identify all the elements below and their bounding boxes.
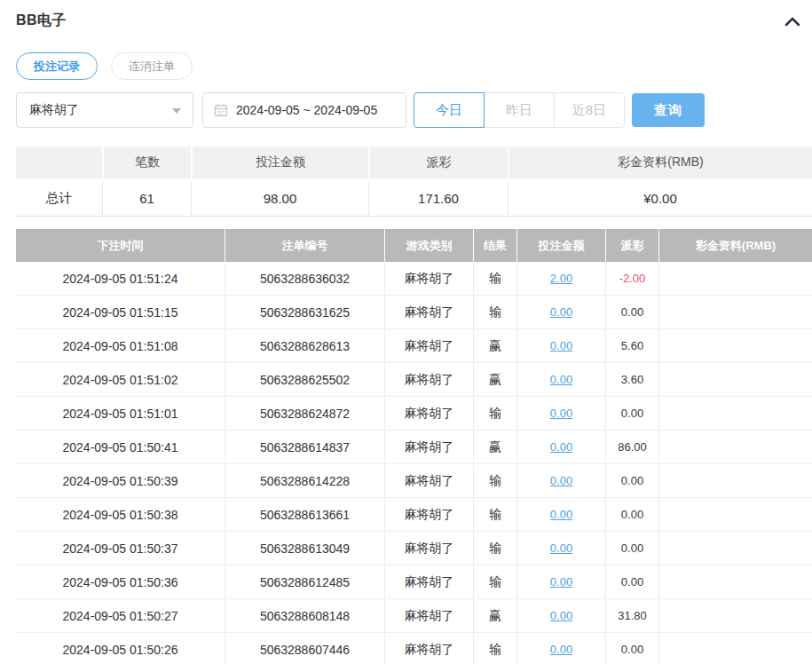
bet-amount-link[interactable]: 0.00 <box>550 541 572 555</box>
cell-payout: 0.00 <box>605 498 658 531</box>
chevron-up-icon <box>784 16 800 29</box>
cell-payout: 0.00 <box>605 633 658 664</box>
filter-bar: 麻将胡了 2024-09-05 ~ 2024-09-05 今日 昨日 近8日 查… <box>16 92 705 128</box>
table-row: 2024-09-05 01:50:36 5063288612485 麻将胡了 输… <box>16 565 812 599</box>
quick-range-group: 今日 昨日 近8日 <box>414 92 625 128</box>
cell-order-id: 5063288614228 <box>225 464 384 497</box>
bet-amount-link[interactable]: 0.00 <box>550 609 572 622</box>
cell-game-type: 麻将胡了 <box>384 262 473 295</box>
cell-bet-time: 2024-09-05 01:50:41 <box>16 431 225 463</box>
cell-game-type: 麻将胡了 <box>384 296 473 328</box>
cell-bet-time: 2024-09-05 01:51:15 <box>16 296 225 328</box>
cell-order-id: 5063288613049 <box>225 532 384 565</box>
search-button[interactable]: 查询 <box>632 93 705 127</box>
quick-range-today[interactable]: 今日 <box>414 92 485 128</box>
bet-amount-link[interactable]: 0.00 <box>550 643 572 656</box>
tab-bet-records[interactable]: 投注记录 <box>16 52 98 80</box>
game-select[interactable]: 麻将胡了 <box>16 92 193 128</box>
summary-col-count: 笔数 <box>102 146 191 178</box>
bet-amount-link[interactable]: 0.00 <box>550 575 572 589</box>
cell-bet-amount: 2.00 <box>516 262 605 295</box>
table-row: 2024-09-05 01:51:24 5063288636032 麻将胡了 输… <box>16 262 812 296</box>
cell-result: 输 <box>473 296 516 328</box>
cell-bet-time: 2024-09-05 01:51:02 <box>16 363 225 396</box>
cell-bonus <box>658 464 812 497</box>
cell-payout: 0.00 <box>605 532 658 565</box>
cell-bet-time: 2024-09-05 01:50:39 <box>16 464 225 497</box>
bet-records-table: 下注时间 注单编号 游戏类别 结果 投注金额 派彩 彩金资料(RMB) 2024… <box>16 229 812 664</box>
cell-bet-amount: 0.00 <box>516 532 605 565</box>
cell-game-type: 麻将胡了 <box>384 599 473 632</box>
summary-total-count: 61 <box>102 181 191 216</box>
payout-value: 0.00 <box>621 541 643 555</box>
cell-result: 输 <box>473 262 516 295</box>
cell-bet-amount: 0.00 <box>516 431 605 463</box>
bet-amount-link[interactable]: 0.00 <box>550 305 572 319</box>
cell-payout: 3.60 <box>605 363 658 396</box>
cell-bet-amount: 0.00 <box>516 363 605 396</box>
cell-bet-time: 2024-09-05 01:50:27 <box>16 599 225 632</box>
cell-game-type: 麻将胡了 <box>384 498 473 531</box>
cell-result: 输 <box>473 498 516 531</box>
col-bonus: 彩金资料(RMB) <box>658 229 812 262</box>
table-row: 2024-09-05 01:50:39 5063288614228 麻将胡了 输… <box>16 464 812 498</box>
cell-bonus <box>658 431 812 463</box>
tab-label: 连消注单 <box>129 59 175 75</box>
bet-amount-link[interactable]: 0.00 <box>550 373 572 386</box>
cell-bet-amount: 0.00 <box>516 633 605 664</box>
quick-range-last8days[interactable]: 近8日 <box>554 92 625 128</box>
cell-bonus <box>658 565 812 598</box>
bet-amount-link[interactable]: 0.00 <box>550 474 572 487</box>
quick-range-yesterday[interactable]: 昨日 <box>484 92 555 128</box>
bet-amount-link[interactable]: 0.00 <box>550 440 572 454</box>
bet-amount-link[interactable]: 2.00 <box>550 272 572 285</box>
col-result: 结果 <box>473 229 516 262</box>
cell-bet-amount: 0.00 <box>516 599 605 632</box>
cell-order-id: 5063288607446 <box>225 633 384 664</box>
summary-col-bet-amount: 投注金额 <box>191 146 368 178</box>
cell-bet-time: 2024-09-05 01:50:38 <box>16 498 225 531</box>
date-range-input[interactable]: 2024-09-05 ~ 2024-09-05 <box>202 92 406 128</box>
bet-amount-link[interactable]: 0.00 <box>550 407 572 420</box>
cell-result: 输 <box>473 397 516 430</box>
cell-order-id: 5063288608148 <box>225 599 384 632</box>
bet-amount-link[interactable]: 0.00 <box>550 508 572 521</box>
cell-bet-time: 2024-09-05 01:51:08 <box>16 329 225 362</box>
table-row: 2024-09-05 01:50:41 5063288614837 麻将胡了 赢… <box>16 431 812 464</box>
cell-payout: 0.00 <box>605 397 658 430</box>
col-game-type: 游戏类别 <box>384 229 473 262</box>
table-row: 2024-09-05 01:51:15 5063288631625 麻将胡了 输… <box>16 296 812 329</box>
payout-value: 5.60 <box>621 339 643 352</box>
page-title: BB电子 <box>16 12 67 30</box>
cell-bonus <box>658 397 812 430</box>
collapse-panel-button[interactable] <box>782 12 803 33</box>
cell-bonus <box>658 599 812 632</box>
payout-value: 0.00 <box>621 305 643 319</box>
cell-order-id: 5063288631625 <box>225 296 384 328</box>
cell-result: 赢 <box>473 599 516 632</box>
summary-table: 笔数 投注金额 派彩 彩金资料(RMB) 总计 61 98.00 171.60 … <box>16 146 812 217</box>
cell-bet-amount: 0.00 <box>516 296 605 328</box>
cell-game-type: 麻将胡了 <box>384 565 473 598</box>
tab-cancelled-orders[interactable]: 连消注单 <box>111 52 193 80</box>
payout-value: 0.00 <box>621 643 643 656</box>
table-row: 2024-09-05 01:51:08 5063288628613 麻将胡了 赢… <box>16 329 812 363</box>
payout-value: 0.00 <box>621 474 643 487</box>
payout-value: 31.80 <box>618 609 647 622</box>
cell-order-id: 5063288612485 <box>225 565 384 598</box>
cell-result: 输 <box>473 464 516 497</box>
bet-amount-link[interactable]: 0.00 <box>550 339 572 352</box>
col-payout: 派彩 <box>605 229 658 262</box>
cell-order-id: 5063288625502 <box>225 363 384 396</box>
cell-result: 赢 <box>473 363 516 396</box>
cell-game-type: 麻将胡了 <box>384 363 473 396</box>
summary-col-payout: 派彩 <box>368 146 508 178</box>
cell-bonus <box>658 363 812 396</box>
col-bet-amount: 投注金额 <box>516 229 605 262</box>
cell-order-id: 5063288636032 <box>225 262 384 295</box>
caret-down-icon <box>172 108 181 114</box>
payout-value: 0.00 <box>621 575 643 589</box>
cell-game-type: 麻将胡了 <box>384 633 473 664</box>
table-row: 2024-09-05 01:50:26 5063288607446 麻将胡了 输… <box>16 633 812 664</box>
cell-payout: 31.80 <box>605 599 658 632</box>
